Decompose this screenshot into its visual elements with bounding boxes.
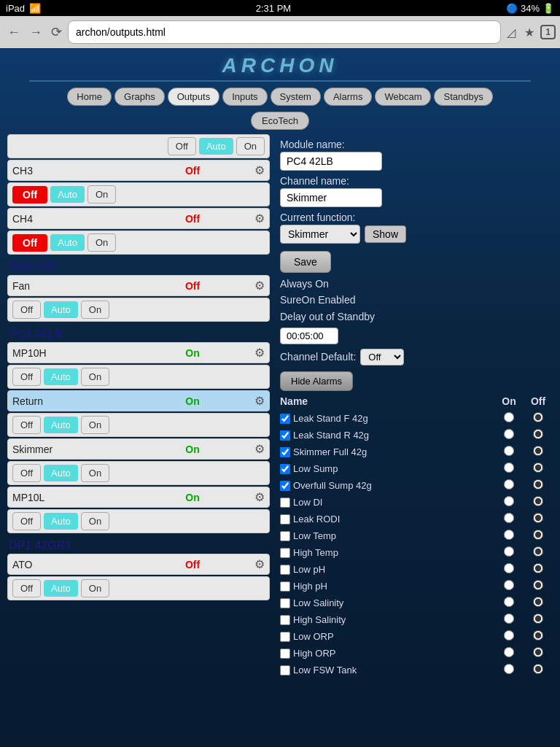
ch3-auto-btn[interactable]: Auto xyxy=(50,186,85,203)
alarm-check-skimmer-full[interactable] xyxy=(280,447,290,457)
nav-alarms[interactable]: Alarms xyxy=(324,88,372,106)
alarm-check-leak-f[interactable] xyxy=(280,414,290,424)
ato-auto-btn[interactable]: Auto xyxy=(44,580,78,597)
alarm-off-radio-leak-rodi[interactable] xyxy=(533,513,543,523)
ch3-on-btn[interactable]: On xyxy=(88,185,116,204)
fan-on-btn[interactable]: On xyxy=(81,301,109,319)
mp10h-gear-icon[interactable]: ⚙ xyxy=(254,346,265,360)
alarm-check-low-fsw[interactable] xyxy=(280,665,290,676)
unnamed-off-btn[interactable]: Off xyxy=(168,137,196,155)
function-select[interactable]: Skimmer Return Light xyxy=(280,225,360,244)
alarm-off-radio-low-ph[interactable] xyxy=(533,563,543,573)
nav-webcam[interactable]: Webcam xyxy=(375,88,431,106)
ch4-gear-icon[interactable]: ⚙ xyxy=(254,212,265,225)
alarm-off-radio-leak-f[interactable] xyxy=(533,412,543,422)
ato-off-btn[interactable]: Off xyxy=(12,579,41,597)
ato-on-btn[interactable]: On xyxy=(81,579,109,597)
alarm-off-radio-skimmer[interactable] xyxy=(533,446,543,456)
alarm-on-radio-low-temp[interactable] xyxy=(504,530,514,540)
module-name-input[interactable] xyxy=(280,152,382,171)
alarm-off-radio-low-temp[interactable] xyxy=(533,530,543,540)
alarm-off-radio-low-salinity[interactable] xyxy=(533,597,543,607)
nav-standbys[interactable]: Standbys xyxy=(434,88,492,106)
alarm-off-radio-high-temp[interactable] xyxy=(533,546,543,557)
alarm-on-radio-low-salinity[interactable] xyxy=(504,597,514,607)
forward-button[interactable]: → xyxy=(26,23,45,42)
alarm-on-radio-leak-rodi[interactable] xyxy=(504,513,514,523)
alarm-on-radio-low-ph[interactable] xyxy=(504,563,514,573)
alarm-check-low-di[interactable] xyxy=(280,498,290,508)
show-button[interactable]: Show xyxy=(365,225,406,243)
alarm-on-radio-low-orp[interactable] xyxy=(504,630,514,640)
back-button[interactable]: ← xyxy=(4,23,23,42)
mp10h-auto-btn[interactable]: Auto xyxy=(44,368,78,385)
alarm-check-high-orp[interactable] xyxy=(280,649,290,659)
return-off-btn[interactable]: Off xyxy=(12,416,41,434)
alarm-on-radio-low-fsw[interactable] xyxy=(504,664,514,674)
nav-inputs[interactable]: Inputs xyxy=(222,88,267,106)
alarm-check-leak-rodi[interactable] xyxy=(280,514,290,525)
unnamed-on-btn[interactable]: On xyxy=(236,137,265,155)
nav-outputs[interactable]: Outputs xyxy=(168,88,220,106)
alarm-check-low-salinity[interactable] xyxy=(280,598,290,608)
fan-gear-icon[interactable]: ⚙ xyxy=(254,279,265,293)
mp10l-on-btn[interactable]: On xyxy=(81,512,109,530)
mp10l-auto-btn[interactable]: Auto xyxy=(44,513,78,530)
skimmer-off-btn[interactable]: Off xyxy=(12,464,41,482)
alarm-off-radio-high-orp[interactable] xyxy=(533,647,543,657)
channel-default-select[interactable]: Off On xyxy=(360,349,404,365)
alarm-off-radio-high-salinity[interactable] xyxy=(533,614,543,624)
alarm-check-leak-r[interactable] xyxy=(280,430,290,441)
alarm-check-low-ph[interactable] xyxy=(280,565,290,575)
ch4-auto-btn[interactable]: Auto xyxy=(50,234,85,251)
alarm-on-radio-high-orp[interactable] xyxy=(504,647,514,657)
nav-graphs[interactable]: Graphs xyxy=(114,88,165,106)
alarm-check-low-orp[interactable] xyxy=(280,632,290,642)
alarm-off-radio-low-fsw[interactable] xyxy=(533,664,543,674)
alarm-off-radio-low-di[interactable] xyxy=(533,496,543,506)
tab-count[interactable]: 1 xyxy=(540,25,556,39)
alarm-check-high-temp[interactable] xyxy=(280,548,290,558)
fan-off-btn[interactable]: Off xyxy=(12,301,41,319)
share-button[interactable]: ◿ xyxy=(504,24,518,41)
alarm-off-radio-overfull[interactable] xyxy=(533,479,543,489)
alarm-on-radio-low-di[interactable] xyxy=(504,496,514,506)
alarm-check-low-temp[interactable] xyxy=(280,531,290,541)
return-auto-btn[interactable]: Auto xyxy=(44,417,78,433)
alarm-check-high-salinity[interactable] xyxy=(280,615,290,625)
alarm-on-radio-skimmer[interactable] xyxy=(504,446,514,456)
return-gear-icon[interactable]: ⚙ xyxy=(254,394,265,408)
alarm-on-radio-leak-f[interactable] xyxy=(504,412,514,422)
ch4-off-btn[interactable]: Off xyxy=(12,234,47,252)
channel-name-input[interactable] xyxy=(280,188,382,207)
alarm-check-overfull[interactable] xyxy=(280,481,290,491)
alarm-on-radio-high-salinity[interactable] xyxy=(504,614,514,624)
fan-auto-btn[interactable]: Auto xyxy=(44,301,78,318)
return-on-btn[interactable]: On xyxy=(81,416,109,434)
alarm-check-high-ph[interactable] xyxy=(280,581,290,592)
save-button[interactable]: Save xyxy=(280,251,331,273)
alarm-off-radio-low-orp[interactable] xyxy=(533,630,543,640)
url-input[interactable] xyxy=(68,20,501,44)
unnamed-auto-btn[interactable]: Auto xyxy=(199,138,233,155)
mp10h-on-btn[interactable]: On xyxy=(81,368,109,386)
alarm-on-radio-high-ph[interactable] xyxy=(504,580,514,590)
nav-system[interactable]: System xyxy=(271,88,321,106)
ch3-gear-icon[interactable]: ⚙ xyxy=(254,163,265,177)
skimmer-gear-icon[interactable]: ⚙ xyxy=(254,442,265,456)
alarm-on-radio-high-temp[interactable] xyxy=(504,546,514,557)
mp10l-gear-icon[interactable]: ⚙ xyxy=(254,490,265,504)
reload-button[interactable]: ⟳ xyxy=(48,23,65,42)
alarm-on-radio-leak-r[interactable] xyxy=(504,429,514,439)
ato-gear-icon[interactable]: ⚙ xyxy=(254,557,265,571)
mp10l-off-btn[interactable]: Off xyxy=(12,512,41,530)
alarm-on-radio-overfull[interactable] xyxy=(504,479,514,489)
skimmer-on-btn[interactable]: On xyxy=(81,464,109,482)
alarm-check-low-sump[interactable] xyxy=(280,464,290,474)
ch4-on-btn[interactable]: On xyxy=(88,233,116,252)
alarm-off-radio-low-sump[interactable] xyxy=(533,462,543,473)
mp10h-off-btn[interactable]: Off xyxy=(12,368,41,386)
nav-home[interactable]: Home xyxy=(67,88,112,106)
nav-ecotech[interactable]: EcoTech xyxy=(251,112,309,130)
alarm-off-radio-leak-r[interactable] xyxy=(533,429,543,439)
